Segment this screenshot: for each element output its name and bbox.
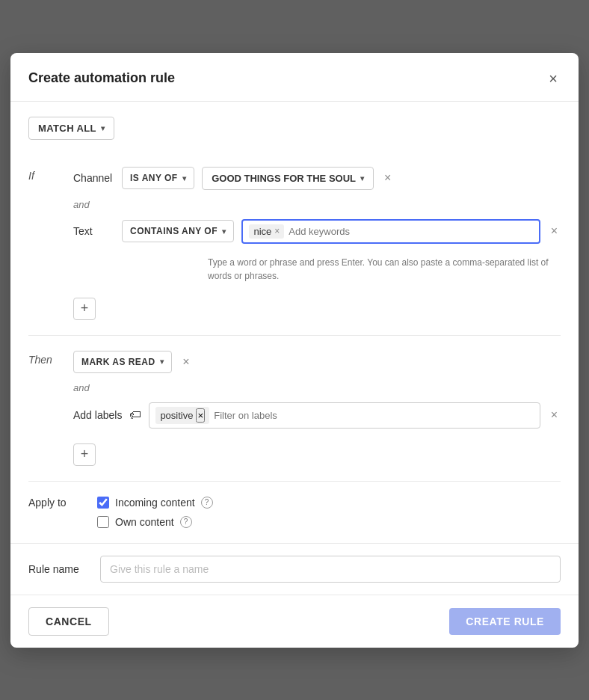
remove-labels-action-button[interactable]: × xyxy=(548,406,561,424)
modal-overlay: Create automation rule × MATCH ALL ▾ If … xyxy=(0,0,589,700)
rule-name-row: Rule name xyxy=(28,556,561,583)
label-filter-input[interactable] xyxy=(214,410,533,421)
apply-options: Incoming content ? Own content ? xyxy=(97,497,213,528)
channel-operator-dropdown[interactable]: IS ANY OF ▾ xyxy=(122,167,194,189)
own-content-row: Own content ? xyxy=(97,516,213,528)
apply-section: Apply to Incoming content ? Own content … xyxy=(28,497,561,528)
label-tag-positive-label: positive xyxy=(160,410,193,421)
action-label: MARK AS READ xyxy=(81,357,155,367)
own-content-label: Own content xyxy=(115,516,174,528)
section-divider-1 xyxy=(28,335,561,336)
channel-operator-label: IS ANY OF xyxy=(130,173,178,183)
keyword-tag-nice-label: nice xyxy=(253,226,271,237)
keyword-input[interactable] xyxy=(289,226,532,237)
keyword-hint: Type a word or phrase and press Enter. Y… xyxy=(73,253,561,283)
if-conditions: Channel IS ANY OF ▾ GOOD THINGS FOR THE … xyxy=(73,167,561,320)
remove-action-button[interactable]: × xyxy=(179,353,192,371)
text-operator-label: CONTAINS ANY OF xyxy=(130,226,218,236)
then-label: Then xyxy=(28,354,64,366)
keyword-input-wrapper[interactable]: nice × xyxy=(241,219,540,244)
add-labels-label: Add labels xyxy=(73,409,122,421)
own-content-checkbox[interactable] xyxy=(97,516,109,528)
action-dropdown[interactable]: MARK AS READ ▾ xyxy=(73,351,172,373)
rule-name-label: Rule name xyxy=(28,563,88,575)
channel-condition-row: Channel IS ANY OF ▾ GOOD THINGS FOR THE … xyxy=(73,167,561,190)
channel-value-dropdown[interactable]: GOOD THINGS FOR THE SOUL ▾ xyxy=(202,167,374,190)
if-and-label: and xyxy=(73,199,561,210)
incoming-content-label: Incoming content xyxy=(115,497,195,509)
cancel-button[interactable]: CANCEL xyxy=(28,607,109,636)
add-action-button[interactable]: + xyxy=(73,443,96,466)
match-all-label: MATCH ALL xyxy=(38,123,96,134)
match-all-button[interactable]: MATCH ALL ▾ xyxy=(28,117,114,140)
automation-rule-modal: Create automation rule × MATCH ALL ▾ If … xyxy=(10,53,579,648)
keyword-hint-text: Type a word or phrase and press Enter. Y… xyxy=(208,256,561,283)
text-operator-dropdown[interactable]: CONTAINS ANY OF ▾ xyxy=(122,220,234,242)
modal-footer: CANCEL CREATE RULE xyxy=(10,595,579,648)
action-row: MARK AS READ ▾ × xyxy=(73,351,561,373)
label-tag-icon: 🏷 xyxy=(129,408,141,422)
remove-text-condition-button[interactable]: × xyxy=(548,222,561,240)
channel-value-label: GOOD THINGS FOR THE SOUL xyxy=(212,173,356,184)
text-condition-row: Text CONTAINS ANY OF ▾ nice × × xyxy=(73,219,561,244)
then-and-label: and xyxy=(73,382,561,393)
remove-nice-tag-button[interactable]: × xyxy=(274,227,280,236)
keyword-tag-nice: nice × xyxy=(249,224,284,239)
match-all-section: MATCH ALL ▾ xyxy=(28,117,561,152)
match-all-chevron: ▾ xyxy=(101,124,105,132)
remove-channel-condition-button[interactable]: × xyxy=(381,169,394,187)
channel-field-label: Channel xyxy=(73,172,114,184)
incoming-content-info-icon[interactable]: ? xyxy=(201,497,213,509)
rule-name-section: Rule name xyxy=(10,543,579,595)
then-section: Then MARK AS READ ▾ × and Add label xyxy=(28,351,561,466)
section-divider-2 xyxy=(28,481,561,482)
channel-operator-chevron: ▾ xyxy=(182,174,186,182)
then-inner: MARK AS READ ▾ × and Add labels 🏷 po xyxy=(73,351,561,466)
label-tag-positive: positive × xyxy=(155,407,209,424)
channel-value-chevron: ▾ xyxy=(360,174,364,182)
text-field-label: Text xyxy=(73,225,114,237)
text-operator-chevron: ▾ xyxy=(222,227,226,236)
incoming-content-checkbox[interactable] xyxy=(97,497,109,509)
incoming-content-row: Incoming content ? xyxy=(97,497,213,509)
modal-header: Create automation rule × xyxy=(10,53,579,102)
modal-title: Create automation rule xyxy=(28,70,175,86)
if-section: If Channel IS ANY OF ▾ GOOD THINGS FOR T… xyxy=(28,167,561,320)
action-chevron: ▾ xyxy=(160,357,164,366)
close-button[interactable]: × xyxy=(546,68,561,89)
rule-name-input[interactable] xyxy=(100,556,561,583)
create-rule-button[interactable]: CREATE RULE xyxy=(449,608,561,635)
add-condition-button[interactable]: + xyxy=(73,298,96,320)
own-content-info-icon[interactable]: ? xyxy=(180,516,192,528)
if-label: If xyxy=(28,170,64,182)
remove-positive-tag-button[interactable]: × xyxy=(196,408,205,423)
apply-to-label: Apply to xyxy=(28,497,88,509)
label-input-wrapper[interactable]: positive × xyxy=(149,402,540,429)
modal-body: MATCH ALL ▾ If Channel IS ANY OF ▾ xyxy=(10,102,579,543)
add-labels-row: Add labels 🏷 positive × × xyxy=(73,402,561,429)
